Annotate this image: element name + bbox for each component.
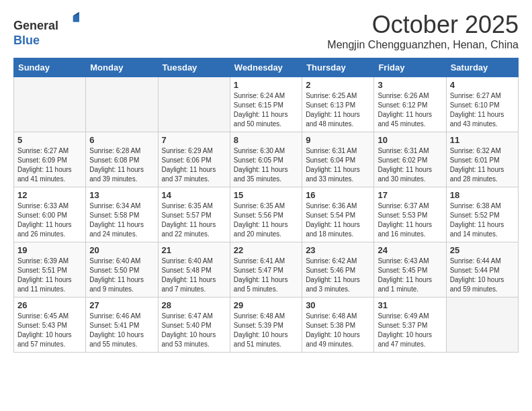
day-info: Sunrise: 6:24 AMSunset: 6:15 PMDaylight:… (234, 91, 298, 129)
day-number: 20 (89, 245, 154, 255)
calendar-cell: 21Sunrise: 6:40 AMSunset: 5:48 PMDayligh… (158, 242, 230, 298)
calendar-cell: 29Sunrise: 6:48 AMSunset: 5:39 PMDayligh… (230, 298, 302, 353)
calendar-cell: 7Sunrise: 6:29 AMSunset: 6:06 PMDaylight… (158, 132, 230, 187)
calendar-cell: 10Sunrise: 6:31 AMSunset: 6:02 PMDayligh… (374, 132, 446, 187)
day-number: 22 (234, 245, 298, 255)
day-info: Sunrise: 6:25 AMSunset: 6:13 PMDaylight:… (306, 91, 370, 129)
calendar-week-5: 26Sunrise: 6:45 AMSunset: 5:43 PMDayligh… (14, 298, 519, 353)
day-info: Sunrise: 6:48 AMSunset: 5:38 PMDaylight:… (306, 312, 370, 349)
day-number: 5 (17, 135, 82, 145)
day-info: Sunrise: 6:34 AMSunset: 5:58 PMDaylight:… (89, 201, 154, 239)
day-info: Sunrise: 6:31 AMSunset: 6:02 PMDaylight:… (378, 146, 442, 184)
calendar-cell (158, 77, 230, 132)
day-number: 10 (378, 135, 442, 145)
day-number: 2 (306, 80, 370, 90)
calendar-cell: 19Sunrise: 6:39 AMSunset: 5:51 PMDayligh… (14, 242, 86, 298)
weekday-header-monday: Monday (86, 58, 158, 77)
logo-general: General (13, 19, 58, 32)
day-number: 14 (162, 190, 226, 200)
calendar-cell (86, 77, 158, 132)
weekday-header-wednesday: Wednesday (230, 58, 302, 77)
weekday-header-saturday: Saturday (446, 58, 518, 77)
day-info: Sunrise: 6:43 AMSunset: 5:45 PMDaylight:… (378, 257, 442, 294)
day-info: Sunrise: 6:40 AMSunset: 5:48 PMDaylight:… (162, 257, 226, 294)
day-number: 25 (450, 245, 515, 255)
calendar-cell: 23Sunrise: 6:42 AMSunset: 5:46 PMDayligh… (302, 242, 374, 298)
day-info: Sunrise: 6:42 AMSunset: 5:46 PMDaylight:… (306, 257, 370, 294)
title-block: October 2025 Mengjin Chengguanzhen, Hena… (327, 11, 519, 51)
calendar-cell: 27Sunrise: 6:46 AMSunset: 5:41 PMDayligh… (86, 298, 158, 353)
calendar-cell: 6Sunrise: 6:28 AMSunset: 6:08 PMDaylight… (86, 132, 158, 187)
calendar-cell (446, 298, 518, 353)
weekday-header-thursday: Thursday (302, 58, 374, 77)
day-number: 17 (378, 190, 442, 200)
day-info: Sunrise: 6:45 AMSunset: 5:43 PMDaylight:… (17, 312, 82, 349)
day-info: Sunrise: 6:46 AMSunset: 5:41 PMDaylight:… (89, 312, 154, 349)
day-number: 29 (234, 300, 298, 310)
day-number: 13 (89, 190, 154, 200)
calendar-cell: 16Sunrise: 6:36 AMSunset: 5:54 PMDayligh… (302, 187, 374, 242)
calendar-cell: 22Sunrise: 6:41 AMSunset: 5:47 PMDayligh… (230, 242, 302, 298)
day-number: 11 (450, 135, 515, 145)
logo: General Blue (13, 11, 79, 48)
calendar-cell: 30Sunrise: 6:48 AMSunset: 5:38 PMDayligh… (302, 298, 374, 353)
calendar-cell: 5Sunrise: 6:27 AMSunset: 6:09 PMDaylight… (14, 132, 86, 187)
calendar-cell: 9Sunrise: 6:31 AMSunset: 6:04 PMDaylight… (302, 132, 374, 187)
day-info: Sunrise: 6:36 AMSunset: 5:54 PMDaylight:… (306, 201, 370, 239)
day-info: Sunrise: 6:31 AMSunset: 6:04 PMDaylight:… (306, 146, 370, 184)
day-info: Sunrise: 6:30 AMSunset: 6:05 PMDaylight:… (234, 146, 298, 184)
calendar-cell: 14Sunrise: 6:35 AMSunset: 5:57 PMDayligh… (158, 187, 230, 242)
calendar-cell: 31Sunrise: 6:49 AMSunset: 5:37 PMDayligh… (374, 298, 446, 353)
logo-icon (60, 11, 79, 30)
calendar-cell: 25Sunrise: 6:44 AMSunset: 5:44 PMDayligh… (446, 242, 518, 298)
day-number: 31 (378, 300, 442, 310)
day-number: 7 (162, 135, 226, 145)
day-info: Sunrise: 6:27 AMSunset: 6:09 PMDaylight:… (17, 146, 82, 184)
day-info: Sunrise: 6:39 AMSunset: 5:51 PMDaylight:… (17, 257, 82, 294)
weekday-header-friday: Friday (374, 58, 446, 77)
weekday-header-sunday: Sunday (14, 58, 86, 77)
month-title: October 2025 (327, 11, 519, 39)
day-info: Sunrise: 6:44 AMSunset: 5:44 PMDaylight:… (450, 257, 515, 294)
calendar-week-4: 19Sunrise: 6:39 AMSunset: 5:51 PMDayligh… (14, 242, 519, 298)
calendar-week-2: 5Sunrise: 6:27 AMSunset: 6:09 PMDaylight… (14, 132, 519, 187)
day-info: Sunrise: 6:48 AMSunset: 5:39 PMDaylight:… (234, 312, 298, 349)
day-number: 3 (378, 80, 442, 90)
day-number: 30 (306, 300, 370, 310)
page-header: General Blue October 2025 Mengjin Chengg… (13, 11, 519, 51)
calendar-cell: 24Sunrise: 6:43 AMSunset: 5:45 PMDayligh… (374, 242, 446, 298)
calendar-cell: 8Sunrise: 6:30 AMSunset: 6:05 PMDaylight… (230, 132, 302, 187)
weekday-header-row: SundayMondayTuesdayWednesdayThursdayFrid… (14, 58, 519, 77)
calendar-cell: 26Sunrise: 6:45 AMSunset: 5:43 PMDayligh… (14, 298, 86, 353)
logo-blue: Blue (13, 34, 40, 47)
calendar-week-3: 12Sunrise: 6:33 AMSunset: 6:00 PMDayligh… (14, 187, 519, 242)
calendar-table: SundayMondayTuesdayWednesdayThursdayFrid… (13, 58, 519, 353)
day-number: 15 (234, 190, 298, 200)
calendar-cell: 4Sunrise: 6:27 AMSunset: 6:10 PMDaylight… (446, 77, 518, 132)
day-number: 21 (162, 245, 226, 255)
day-info: Sunrise: 6:40 AMSunset: 5:50 PMDaylight:… (89, 257, 154, 294)
day-info: Sunrise: 6:26 AMSunset: 6:12 PMDaylight:… (378, 91, 442, 129)
day-info: Sunrise: 6:33 AMSunset: 6:00 PMDaylight:… (17, 201, 82, 239)
day-info: Sunrise: 6:27 AMSunset: 6:10 PMDaylight:… (450, 91, 515, 129)
day-number: 6 (89, 135, 154, 145)
calendar-cell: 15Sunrise: 6:35 AMSunset: 5:56 PMDayligh… (230, 187, 302, 242)
calendar-week-1: 1Sunrise: 6:24 AMSunset: 6:15 PMDaylight… (14, 77, 519, 132)
day-number: 12 (17, 190, 82, 200)
calendar-cell: 13Sunrise: 6:34 AMSunset: 5:58 PMDayligh… (86, 187, 158, 242)
day-number: 27 (89, 300, 154, 310)
day-number: 8 (234, 135, 298, 145)
calendar-cell (14, 77, 86, 132)
day-info: Sunrise: 6:35 AMSunset: 5:57 PMDaylight:… (162, 201, 226, 239)
day-info: Sunrise: 6:37 AMSunset: 5:53 PMDaylight:… (378, 201, 442, 239)
day-number: 23 (306, 245, 370, 255)
day-info: Sunrise: 6:47 AMSunset: 5:40 PMDaylight:… (162, 312, 226, 349)
day-info: Sunrise: 6:32 AMSunset: 6:01 PMDaylight:… (450, 146, 515, 184)
day-number: 18 (450, 190, 515, 200)
day-info: Sunrise: 6:29 AMSunset: 6:06 PMDaylight:… (162, 146, 226, 184)
day-number: 28 (162, 300, 226, 310)
calendar-cell: 1Sunrise: 6:24 AMSunset: 6:15 PMDaylight… (230, 77, 302, 132)
day-number: 24 (378, 245, 442, 255)
day-number: 1 (234, 80, 298, 90)
weekday-header-tuesday: Tuesday (158, 58, 230, 77)
